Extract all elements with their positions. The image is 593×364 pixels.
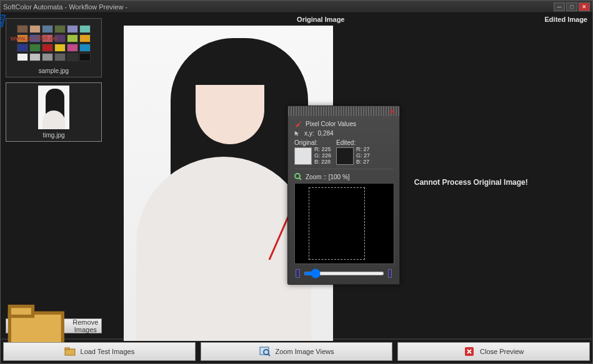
thumbnail-label: timg.jpg (42, 132, 64, 139)
magnifier-icon (294, 173, 302, 180)
svg-rect-5 (65, 348, 69, 350)
original-color-swatch (294, 147, 312, 165)
svg-point-2 (295, 174, 300, 179)
thumbnail-item[interactable]: sample.jpg (6, 18, 102, 77)
edited-label: Edited Image (350, 13, 593, 26)
svg-line-3 (299, 178, 301, 180)
xy-value: 0,284 (318, 130, 334, 137)
zoom-icon (259, 347, 271, 357)
remove-images-button[interactable]: Remove Images (6, 318, 102, 333)
sample-thumbnail-image (13, 21, 94, 65)
edited-color-swatch (336, 147, 354, 165)
panel-title: Pixel Color Values (306, 121, 356, 127)
thumbnail-item[interactable]: timg.jpg (6, 82, 102, 142)
zoom-in-button[interactable] (388, 269, 392, 278)
minimize-button[interactable]: ─ (554, 2, 565, 11)
window-title: SoftColor Automata - Workflow Preview - (3, 3, 554, 11)
titlebar: SoftColor Automata - Workflow Preview - … (1, 1, 592, 13)
edit-col-label: Edited: (336, 139, 370, 146)
eyedropper-icon (294, 120, 302, 127)
folder-open-icon (64, 347, 76, 357)
zoom-label: Zoom :: [100 %] (306, 174, 350, 180)
cursor-icon (294, 130, 301, 137)
orig-col-label: Original: (294, 139, 331, 146)
close-preview-button[interactable]: Close Preview (397, 342, 590, 361)
panel-titlebar[interactable]: ✕ (288, 106, 399, 116)
zoom-out-button[interactable] (296, 269, 300, 278)
original-label: Original Image (107, 13, 350, 26)
bottom-toolbar: Load Test Images Zoom Image Views Close … (1, 338, 592, 363)
pixel-color-panel[interactable]: ✕ Pixel Color Values x,y: 0,284 Origin (287, 106, 400, 285)
load-test-images-button[interactable]: Load Test Images (3, 342, 196, 361)
zoom-image-views-button[interactable]: Zoom Image Views (201, 342, 393, 361)
timg-thumbnail-image (38, 86, 69, 129)
maximize-button[interactable]: □ (566, 2, 577, 11)
close-icon (464, 347, 475, 357)
svg-line-8 (268, 354, 270, 356)
panel-close-icon[interactable]: ✕ (389, 107, 397, 115)
close-window-button[interactable]: ✕ (579, 2, 590, 11)
zoom-slider[interactable] (304, 272, 384, 275)
svg-rect-1 (9, 306, 32, 316)
error-message: Cannot Process Original Image! (414, 178, 528, 187)
thumbnail-sidebar: 河东软件园 www.pc0359.cn sample.jpg timg.jpg … (1, 13, 107, 338)
thumbnail-label: sample.jpg (39, 67, 69, 74)
zoom-preview (294, 183, 394, 264)
xy-label: x,y: (304, 130, 314, 137)
